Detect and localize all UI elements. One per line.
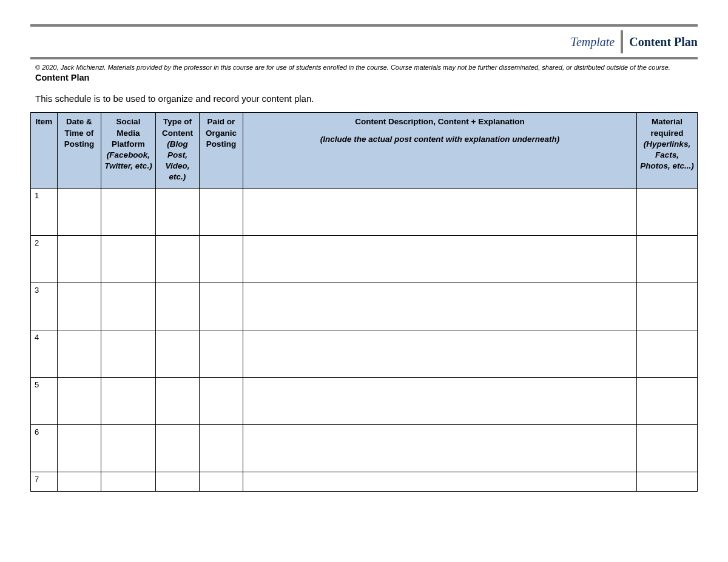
document-page: Template Content Plan © 2020, Jack Michi… [0,0,728,492]
cell-description[interactable] [243,188,637,235]
col-header-platform-main: Social Media Platform [104,116,153,150]
cell-platform[interactable] [101,188,156,235]
col-header-material: Material required (Hyperlinks, Facts, Ph… [637,113,698,188]
cell-item[interactable]: 2 [31,235,58,283]
cell-material[interactable] [637,330,698,377]
intro-text: This schedule is to be used to organize … [30,82,698,112]
col-header-material-main: Material required [639,116,695,138]
cell-item[interactable]: 7 [31,472,58,491]
under-rule [30,57,698,59]
cell-material[interactable] [637,235,698,283]
table-row: 3 [31,283,698,330]
cell-material[interactable] [637,377,698,424]
cell-date[interactable] [58,283,101,330]
col-header-item: Item [31,113,58,188]
table-row: 1 [31,188,698,235]
header-template-label: Template [565,30,621,53]
cell-description[interactable] [243,424,637,472]
cell-description[interactable] [243,235,637,283]
col-header-date-main: Date & Time of Posting [60,116,98,150]
cell-date[interactable] [58,235,101,283]
cell-paid[interactable] [200,472,243,491]
cell-date[interactable] [58,188,101,235]
table-row: 2 [31,235,698,283]
table-row: 6 [31,424,698,472]
cell-platform[interactable] [101,283,156,330]
cell-material[interactable] [637,472,698,491]
col-header-item-main: Item [33,116,55,127]
col-header-type: Type of Content (Blog Post, Video, etc.) [156,113,200,188]
cell-date[interactable] [58,377,101,424]
cell-description[interactable] [243,472,637,491]
col-header-paid-main: Paid or Organic Posting [202,116,240,150]
cell-type[interactable] [156,330,200,377]
cell-paid[interactable] [200,235,243,283]
cell-platform[interactable] [101,235,156,283]
header-title: Content Plan [623,30,698,53]
table-row: 5 [31,377,698,424]
table-header-row: Item Date & Time of Posting Social Media… [31,113,698,188]
cell-paid[interactable] [200,330,243,377]
cell-type[interactable] [156,235,200,283]
cell-description[interactable] [243,377,637,424]
cell-item[interactable]: 5 [31,377,58,424]
col-header-material-sub: (Hyperlinks, Facts, Photos, etc...) [639,139,695,172]
cell-paid[interactable] [200,377,243,424]
cell-type[interactable] [156,188,200,235]
content-plan-table: Item Date & Time of Posting Social Media… [30,112,698,491]
cell-platform[interactable] [101,377,156,424]
cell-paid[interactable] [200,283,243,330]
cell-type[interactable] [156,424,200,472]
cell-type[interactable] [156,283,200,330]
cell-date[interactable] [58,424,101,472]
cell-date[interactable] [58,472,101,491]
cell-paid[interactable] [200,188,243,235]
cell-description[interactable] [243,283,637,330]
cell-description[interactable] [243,330,637,377]
col-header-type-main: Type of Content [158,116,197,138]
cell-platform[interactable] [101,472,156,491]
cell-paid[interactable] [200,424,243,472]
col-header-description-main: Content Description, Content + Explanati… [246,116,634,127]
header-bar: Template Content Plan [30,30,698,53]
cell-platform[interactable] [101,330,156,377]
cell-type[interactable] [156,377,200,424]
table-row: 7 [31,472,698,491]
col-header-paid: Paid or Organic Posting [200,113,243,188]
col-header-type-sub: (Blog Post, Video, etc.) [158,139,197,183]
copyright-text: © 2020, Jack Michienzi. Materials provid… [30,62,698,72]
cell-platform[interactable] [101,424,156,472]
col-header-platform-sub: (Facebook, Twitter, etc.) [104,150,153,172]
cell-type[interactable] [156,472,200,491]
table-row: 4 [31,330,698,377]
cell-item[interactable]: 6 [31,424,58,472]
col-header-description-sub: (Include the actual post content with ex… [246,134,634,145]
cell-date[interactable] [58,330,101,377]
cell-material[interactable] [637,283,698,330]
cell-item[interactable]: 1 [31,188,58,235]
section-title: Content Plan [30,73,698,82]
col-header-date: Date & Time of Posting [58,113,101,188]
cell-item[interactable]: 3 [31,283,58,330]
col-header-platform: Social Media Platform (Facebook, Twitter… [101,113,156,188]
cell-material[interactable] [637,188,698,235]
col-header-description: Content Description, Content + Explanati… [243,113,637,188]
cell-item[interactable]: 4 [31,330,58,377]
cell-material[interactable] [637,424,698,472]
top-rule [30,24,698,27]
